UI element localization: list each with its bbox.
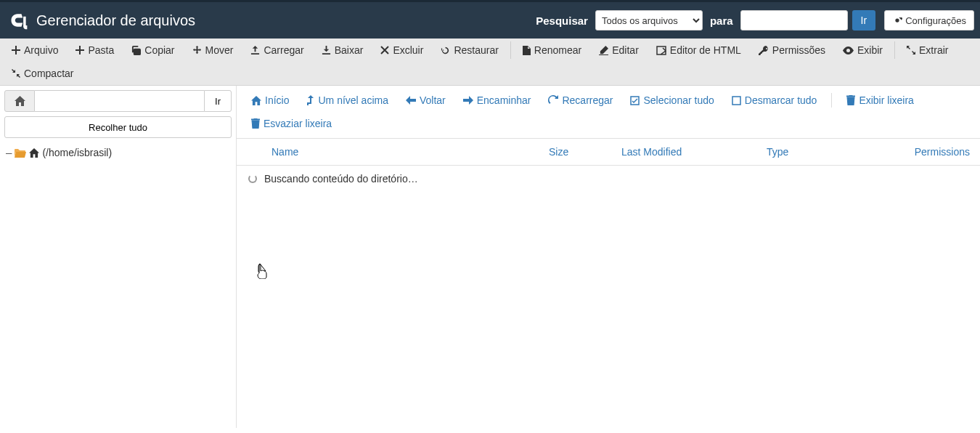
search-go-button[interactable]: Ir: [852, 10, 876, 31]
home-icon: [15, 96, 25, 106]
reload-action[interactable]: Recarregar: [541, 90, 620, 110]
file-icon: [523, 46, 531, 55]
folder-open-icon: [15, 148, 26, 158]
search-input[interactable]: [740, 10, 848, 31]
up-level-action[interactable]: Um nível acima: [299, 90, 395, 110]
show-trash-action[interactable]: Exibir lixeira: [839, 90, 920, 110]
level-up-icon: [306, 95, 314, 105]
tree-root-item[interactable]: — (/home/isbrasil): [6, 147, 230, 158]
path-go-button[interactable]: Ir: [204, 90, 232, 112]
settings-button[interactable]: Configurações: [884, 10, 974, 31]
rename-button[interactable]: Renomear: [514, 39, 590, 62]
key-icon: [759, 46, 769, 55]
deselect-all-action[interactable]: Desmarcar tudo: [724, 90, 825, 110]
search-scope-select[interactable]: Todos os arquivos: [595, 10, 703, 31]
arrow-left-icon: [406, 96, 416, 105]
app-logo-title: Gerenciador de arquivos: [9, 10, 195, 31]
permissions-button[interactable]: Permissões: [750, 39, 834, 62]
gear-icon: [892, 15, 902, 25]
table-header: Name Size Last Modified Type Permissions: [237, 139, 980, 166]
for-label: para: [710, 15, 733, 27]
column-name[interactable]: Name: [271, 146, 549, 158]
tree-root-label: (/home/isbrasil): [42, 147, 112, 158]
home-icon: [251, 96, 261, 105]
upload-button[interactable]: Carregar: [242, 39, 312, 62]
trash-icon: [846, 95, 855, 105]
toolbar-separator: [894, 41, 895, 59]
download-icon: [322, 46, 331, 55]
pencil-icon: [599, 46, 608, 55]
trash-icon: [251, 118, 260, 129]
extract-button[interactable]: Extrair: [898, 39, 957, 62]
download-button[interactable]: Baixar: [313, 39, 372, 62]
plus-icon: [12, 46, 20, 54]
restore-icon: [441, 46, 450, 55]
edit-button[interactable]: Editar: [590, 39, 648, 62]
eye-icon: [843, 46, 854, 54]
forward-action[interactable]: Encaminhar: [456, 90, 539, 110]
action-separator: [831, 93, 832, 108]
tree-collapse-toggle[interactable]: —: [6, 147, 12, 158]
compress-icon: [12, 69, 20, 78]
delete-button[interactable]: Excluir: [372, 39, 432, 62]
column-permissions[interactable]: Permissions: [897, 146, 970, 158]
check-square-icon: [630, 96, 640, 105]
html-editor-button[interactable]: Editor de HTML: [648, 39, 750, 62]
column-size[interactable]: Size: [549, 146, 621, 158]
cpanel-logo-icon: [9, 10, 29, 31]
app-title: Gerenciador de arquivos: [36, 12, 195, 29]
view-button[interactable]: Exibir: [834, 39, 891, 62]
file-button[interactable]: Arquivo: [3, 39, 67, 62]
move-icon: [192, 46, 202, 55]
html-editor-icon: [656, 46, 666, 55]
compress-button[interactable]: Compactar: [3, 62, 82, 85]
select-all-action[interactable]: Selecionar tudo: [623, 90, 721, 110]
folder-button[interactable]: Pasta: [67, 39, 123, 62]
arrow-right-icon: [463, 96, 473, 105]
search-label: Pesquisar: [536, 15, 588, 27]
column-type[interactable]: Type: [767, 146, 897, 158]
copy-icon: [131, 46, 141, 55]
loading-message: Buscando conteúdo do diretório…: [237, 166, 980, 192]
collapse-all-button[interactable]: Recolher tudo: [4, 116, 232, 138]
copy-button[interactable]: Copiar: [123, 39, 183, 62]
upload-icon: [250, 46, 260, 55]
home-chip[interactable]: [4, 90, 35, 112]
delete-icon: [380, 46, 389, 54]
loading-spinner-icon: [248, 174, 257, 183]
restore-button[interactable]: Restaurar: [432, 39, 507, 62]
expand-icon: [907, 46, 915, 54]
empty-trash-action[interactable]: Esvaziar lixeira: [244, 113, 339, 134]
column-last-modified[interactable]: Last Modified: [621, 146, 767, 158]
toolbar-separator: [510, 41, 511, 59]
square-icon: [732, 96, 741, 105]
reload-icon: [548, 95, 558, 105]
move-button[interactable]: Mover: [184, 39, 242, 62]
plus-icon: [75, 46, 84, 54]
home-action[interactable]: Início: [244, 90, 296, 110]
back-action[interactable]: Voltar: [399, 90, 453, 110]
home-icon: [29, 148, 39, 158]
path-input[interactable]: [35, 90, 204, 112]
